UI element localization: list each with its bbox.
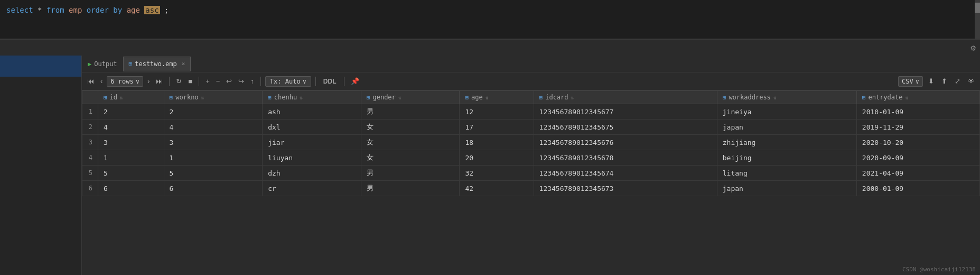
table-row[interactable]: 333jiar女18123456789012345676zhijiang2020…	[82, 135, 980, 150]
cell-workno[interactable]: 3	[164, 135, 263, 150]
table-row[interactable]: 122ash男12123456789012345677jineiya2010-0…	[82, 104, 980, 120]
cell-workaddress[interactable]: litang	[717, 166, 856, 181]
csv-dropdown[interactable]: CSV ∨	[898, 76, 923, 87]
col-workaddress-sort-icon[interactable]: ⇅	[773, 95, 777, 100]
cell-entrydate[interactable]: 2020-10-20	[856, 135, 979, 150]
cell-gender[interactable]: 女	[361, 120, 460, 135]
prev-page-button[interactable]: ‹	[98, 76, 105, 86]
cell-workno[interactable]: 4	[164, 120, 263, 135]
col-header-id[interactable]: ⊞ id ⇅	[98, 91, 164, 104]
col-header-idcard[interactable]: ⊞ idcard ⇅	[534, 91, 717, 104]
cell-gender[interactable]: 女	[361, 135, 460, 150]
col-header-chenhu[interactable]: ⊞ chenhu ⇅	[263, 91, 361, 104]
cell-age[interactable]: 18	[460, 135, 534, 150]
cell-id[interactable]: 4	[98, 120, 164, 135]
cell-idcard[interactable]: 123456789012345676	[534, 135, 717, 150]
table-row[interactable]: 555dzh男32123456789012345674litang2021-04…	[82, 166, 980, 181]
col-header-gender[interactable]: ⊞ gender ⇅	[361, 91, 460, 104]
cell-age[interactable]: 17	[460, 120, 534, 135]
cell-chenhu[interactable]: liuyan	[263, 150, 361, 166]
col-chenhu-sort-icon[interactable]: ⇅	[300, 95, 303, 100]
remove-row-button[interactable]: −	[214, 76, 222, 86]
undo-button[interactable]: ↩	[224, 76, 234, 86]
cell-age[interactable]: 20	[460, 150, 534, 166]
cell-workno[interactable]: 2	[164, 104, 263, 120]
tab-output[interactable]: ▶ Output	[82, 57, 123, 71]
cell-num[interactable]: 2	[82, 120, 98, 135]
cell-id[interactable]: 5	[98, 166, 164, 181]
view-button[interactable]: 👁	[966, 76, 977, 86]
cell-id[interactable]: 6	[98, 181, 164, 196]
cell-workaddress[interactable]: japan	[717, 181, 856, 196]
resize-button[interactable]: ⤢	[953, 76, 963, 86]
col-entrydate-sort-icon[interactable]: ⇅	[905, 95, 908, 100]
cell-entrydate[interactable]: 2000-01-09	[856, 181, 979, 196]
col-header-age[interactable]: ⊞ age ⇅	[460, 91, 534, 104]
col-header-workno[interactable]: ⊞ workno ⇅	[164, 91, 263, 104]
col-id-sort-icon[interactable]: ⇅	[120, 95, 123, 100]
cell-id[interactable]: 3	[98, 135, 164, 150]
col-age-sort-icon[interactable]: ⇅	[486, 95, 489, 100]
cell-workno[interactable]: 1	[164, 150, 263, 166]
next-page-button[interactable]: ›	[145, 76, 152, 86]
tx-dropdown[interactable]: Tx: Auto ∨	[265, 76, 311, 87]
cell-workaddress[interactable]: beijing	[717, 150, 856, 166]
cell-entrydate[interactable]: 2021-04-09	[856, 166, 979, 181]
cell-chenhu[interactable]: cr	[263, 181, 361, 196]
upload-button[interactable]: ↑	[248, 76, 256, 86]
cell-num[interactable]: 4	[82, 150, 98, 166]
cell-idcard[interactable]: 123456789012345675	[534, 120, 717, 135]
refresh-button[interactable]: ↻	[174, 76, 184, 86]
cell-chenhu[interactable]: dzh	[263, 166, 361, 181]
sql-editor[interactable]: select * from emp order by age asc ;	[0, 0, 980, 40]
cell-age[interactable]: 42	[460, 181, 534, 196]
cell-gender[interactable]: 男	[361, 104, 460, 120]
cell-workaddress[interactable]: zhijiang	[717, 135, 856, 150]
cell-idcard[interactable]: 123456789012345673	[534, 181, 717, 196]
col-idcard-sort-icon[interactable]: ⇅	[571, 95, 574, 100]
cell-chenhu[interactable]: dxl	[263, 120, 361, 135]
cell-age[interactable]: 12	[460, 104, 534, 120]
cell-chenhu[interactable]: jiar	[263, 135, 361, 150]
cell-workno[interactable]: 6	[164, 181, 263, 196]
last-page-button[interactable]: ⏭	[154, 76, 165, 86]
cell-entrydate[interactable]: 2010-01-09	[856, 104, 979, 120]
tab-close-icon[interactable]: ×	[182, 60, 185, 67]
cell-chenhu[interactable]: ash	[263, 104, 361, 120]
cell-age[interactable]: 32	[460, 166, 534, 181]
cell-workaddress[interactable]: japan	[717, 120, 856, 135]
col-gender-sort-icon[interactable]: ⇅	[398, 95, 402, 100]
ddl-button[interactable]: DDL	[320, 77, 340, 86]
cell-id[interactable]: 2	[98, 104, 164, 120]
import-button[interactable]: ⬆	[939, 76, 949, 86]
cell-id[interactable]: 1	[98, 150, 164, 166]
add-row-button[interactable]: +	[203, 76, 212, 86]
tab-testtwo-emp[interactable]: ⊞ testtwo.emp ×	[123, 57, 191, 71]
cell-num[interactable]: 5	[82, 166, 98, 181]
export-button[interactable]: ⬇	[926, 76, 936, 86]
table-row[interactable]: 666cr男42123456789012345673japan2000-01-0…	[82, 181, 980, 196]
stop-button[interactable]: ■	[186, 76, 194, 86]
rows-dropdown[interactable]: 6 rows ∨	[107, 76, 143, 87]
cell-idcard[interactable]: 123456789012345678	[534, 150, 717, 166]
cell-entrydate[interactable]: 2020-09-09	[856, 150, 979, 166]
cell-entrydate[interactable]: 2019-11-29	[856, 120, 979, 135]
col-header-entrydate[interactable]: ⊞ entrydate ⇅	[856, 91, 979, 104]
col-header-workaddress[interactable]: ⊞ workaddress ⇅	[717, 91, 856, 104]
cell-num[interactable]: 1	[82, 104, 98, 120]
cell-workno[interactable]: 5	[164, 166, 263, 181]
table-row[interactable]: 244dxl女17123456789012345675japan2019-11-…	[82, 120, 980, 135]
col-workno-sort-icon[interactable]: ⇅	[201, 95, 204, 100]
cell-gender[interactable]: 男	[361, 181, 460, 196]
redo-button[interactable]: ↪	[236, 76, 246, 86]
editor-scrollbar[interactable]	[975, 0, 980, 39]
first-page-button[interactable]: ⏮	[85, 76, 96, 86]
cell-workaddress[interactable]: jineiya	[717, 104, 856, 120]
cell-idcard[interactable]: 123456789012345677	[534, 104, 717, 120]
cell-gender[interactable]: 女	[361, 150, 460, 166]
cell-gender[interactable]: 男	[361, 166, 460, 181]
cell-idcard[interactable]: 123456789012345674	[534, 166, 717, 181]
cell-num[interactable]: 6	[82, 181, 98, 196]
gear-icon[interactable]: ⚙	[970, 43, 976, 53]
cell-num[interactable]: 3	[82, 135, 98, 150]
